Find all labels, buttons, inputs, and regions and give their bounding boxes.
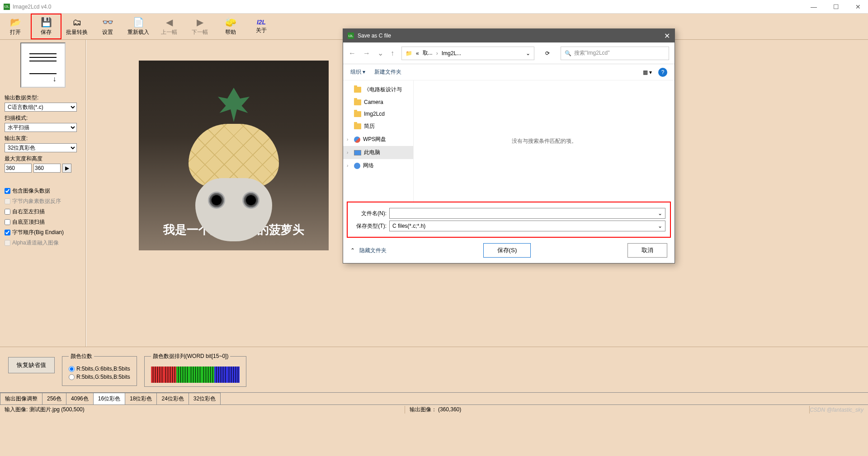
check-2[interactable] [5,209,10,215]
scan-mode-select[interactable]: 水平扫描 [5,123,77,132]
rgb565-label: R:5bits,G:6bits,B:5bits [76,366,130,372]
rgb555-label: R:5bits,G:5bits,B:5bits [76,374,130,380]
chevron-right-icon: › [347,137,348,142]
check-4-label: 字节顺序(Big Endian) [12,229,64,236]
check-0-label: 包含图像头数据 [12,187,50,195]
breadcrumb[interactable]: 📁 « 取... › Img2L... ⌄ [401,47,534,60]
save-button-label: 保存 [41,28,52,36]
max-height-input[interactable] [33,164,61,173]
bc-item-1[interactable]: 取... [423,49,433,57]
network-icon [354,163,360,169]
chevron-down-icon[interactable]: ⌄ [658,210,662,216]
organize-button[interactable]: 组织 ▾ [350,68,365,76]
tab-2[interactable]: 4096色 [66,393,94,404]
collapse-icon[interactable]: ⌃ [350,247,355,254]
check-4[interactable] [5,230,10,235]
prev-button-label: 上一幅 [161,28,177,36]
color-arrange-legend: 颜色数据排列(WORD bit[15~0]) [151,353,231,360]
batch-button-icon: 🗂 [72,17,81,28]
nav-back-button[interactable]: ← [349,49,356,57]
maximize-button[interactable]: ☐ [830,3,843,10]
titlebar: I2L Image2Lcd v4.0 — ☐ ✕ [0,0,868,14]
bc-item-2[interactable]: Img2L... [442,50,461,56]
savetype-select[interactable]: C files(*.c;*.h)⌄ [389,221,665,231]
search-input[interactable]: 🔍 搜索"Img2Lcd" [561,47,669,60]
reload-button[interactable]: 📄重新载入 [123,14,154,39]
tab-5[interactable]: 24位彩色 [156,393,189,404]
check-2-label: 自右至左扫描 [12,208,45,216]
tree-item-5-label: 此电脑 [364,149,380,156]
folder-tree: 《电路板设计与CameraImg2Lcd简历›WPS网盘›此电脑›网络 [343,80,414,202]
tab-6[interactable]: 32位彩色 [189,393,221,404]
help-button[interactable]: 🧽帮助 [215,14,246,39]
nav-up-button[interactable]: ↑ [391,49,394,57]
tree-item-4[interactable]: ›WPS网盘 [343,133,413,146]
refresh-button[interactable]: ⟳ [542,50,553,56]
app-title: Image2Lcd v4.0 [13,4,807,10]
prev-button-icon: ◀ [166,17,173,28]
tree-item-3[interactable]: 简历 [343,120,413,133]
tree-item-2[interactable]: Img2Lcd [343,108,413,120]
chevron-down-icon[interactable]: ⌄ [658,223,662,229]
nav-forward-button[interactable]: → [363,49,370,57]
minimize-button[interactable]: — [807,3,821,10]
dialog-icon: I2L [348,33,354,39]
rgb555-radio[interactable] [69,374,75,380]
about-button[interactable]: I2L关于 [246,14,277,39]
dialog-save-button[interactable]: 保存(S) [483,243,531,258]
new-folder-button[interactable]: 新建文件夹 [374,68,401,76]
check-0[interactable] [5,188,10,194]
open-button[interactable]: 📂打开 [0,14,31,39]
check-3[interactable] [5,219,10,225]
dialog-cancel-button[interactable]: 取消 [627,243,667,258]
bc-dropdown[interactable]: ⌄ [526,50,530,56]
output-tabs: 输出图像调整256色4096色16位彩色18位彩色24位彩色32位彩色 [0,392,868,404]
folder-icon [354,99,361,105]
dialog-titlebar[interactable]: I2L Save as C file ✕ [343,29,675,42]
tab-0[interactable]: 输出图像调整 [0,393,42,404]
close-button[interactable]: ✕ [852,3,864,10]
search-placeholder: 搜索"Img2Lcd" [574,49,610,57]
chevron-right-icon: › [347,150,348,155]
tree-item-0[interactable]: 《电路板设计与 [343,83,413,96]
output-gray-select[interactable]: 32位真彩色 [5,143,77,152]
output-type-label: 输出数据类型: [5,94,81,102]
save-button[interactable]: 💾保存 [31,14,61,39]
dialog-close-button[interactable]: ✕ [664,32,670,40]
tree-item-1-label: Camera [364,99,383,105]
hide-folders-link[interactable]: 隐藏文件夹 [359,247,387,254]
next-button: ▶下一幅 [184,14,215,39]
tree-item-4-label: WPS网盘 [363,136,386,143]
tab-4[interactable]: 18位彩色 [125,393,157,404]
nav-recent-button[interactable]: ⌄ [377,49,383,57]
tab-3[interactable]: 16位彩色 [93,393,125,404]
tree-item-6-label: 网络 [363,162,374,169]
tree-item-5[interactable]: ›此电脑 [343,146,413,159]
open-button-icon: 📂 [10,17,21,28]
restore-defaults-button[interactable]: 恢复缺省值 [8,357,55,373]
preview-image: 我是一个没有感情的菠萝头 [139,61,329,250]
rgb565-radio[interactable] [69,366,75,372]
watermark: CSDN @fantastic_sky [810,407,868,413]
tree-item-1[interactable]: Camera [343,96,413,108]
view-mode-button[interactable]: ▦ ▾ [643,69,652,75]
batch-button[interactable]: 🗂批量转换 [61,14,92,39]
settings-button[interactable]: 👓设置 [92,14,123,39]
next-button-label: 下一幅 [192,28,208,36]
file-list-empty: 没有与搜索条件匹配的项。 [414,80,675,202]
color-bars [151,367,240,383]
tree-item-6[interactable]: ›网络 [343,159,413,172]
check-5 [5,240,10,246]
apply-dim-button[interactable]: ▶ [62,164,71,173]
about-button-label: 关于 [256,27,267,34]
open-button-label: 打开 [10,28,21,36]
dialog-help-button[interactable]: ? [658,68,667,77]
output-type-select[interactable]: C语言数组(*.c) [5,103,77,112]
filename-input[interactable]: ⌄ [389,208,665,219]
statusbar: 输入图像: 测试图片.jpg (500,500) 输出图像： (360,360)… [0,404,868,414]
max-width-input[interactable] [5,164,32,173]
reload-button-icon: 📄 [133,17,144,28]
reload-button-label: 重新载入 [127,28,149,36]
tab-1[interactable]: 256色 [42,393,66,404]
settings-button-icon: 👓 [102,17,113,28]
